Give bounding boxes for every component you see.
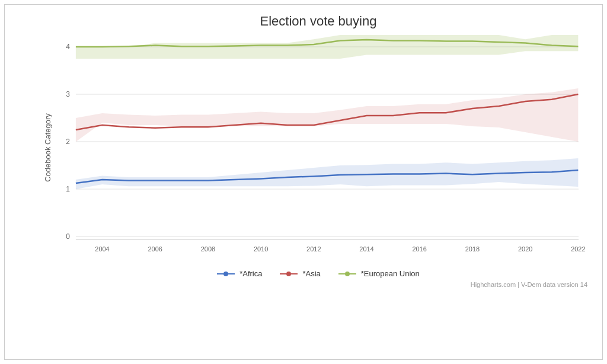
svg-text:2: 2 <box>66 138 70 146</box>
svg-text:2014: 2014 <box>359 245 373 253</box>
svg-text:2022: 2022 <box>571 245 585 253</box>
legend-label-eu: *European Union <box>361 269 420 278</box>
legend-item-asia: *Asia <box>280 269 320 278</box>
legend: *Africa *Asia *European Union <box>46 269 590 278</box>
svg-text:2012: 2012 <box>306 245 321 253</box>
legend-line-africa <box>217 273 235 274</box>
svg-marker-20 <box>76 35 578 59</box>
legend-label-africa: *Africa <box>239 269 262 278</box>
chart-container: Election vote buying Codebook Category 0… <box>4 4 603 360</box>
svg-text:2008: 2008 <box>201 245 215 253</box>
svg-text:2016: 2016 <box>413 245 427 253</box>
svg-text:2010: 2010 <box>254 245 268 253</box>
legend-item-africa: *Africa <box>217 269 262 278</box>
svg-text:2004: 2004 <box>95 245 109 253</box>
svg-text:1: 1 <box>66 185 70 193</box>
legend-label-asia: *Asia <box>302 269 320 278</box>
svg-marker-21 <box>76 88 578 142</box>
svg-text:2018: 2018 <box>465 245 480 253</box>
svg-text:2006: 2006 <box>148 245 162 253</box>
chart-svg: 0 1 2 3 4 2004 2006 2008 2010 2012 2014 … <box>46 35 590 260</box>
legend-line-asia <box>280 273 298 274</box>
legend-item-eu: *European Union <box>338 269 420 278</box>
svg-text:2020: 2020 <box>518 245 532 253</box>
svg-text:0: 0 <box>66 232 70 241</box>
chart-footer: Highcharts.com | V-Dem data version 14 <box>46 281 590 288</box>
svg-text:3: 3 <box>66 90 70 98</box>
svg-text:4: 4 <box>66 43 70 51</box>
chart-title: Election vote buying <box>46 11 590 29</box>
legend-line-eu <box>338 273 356 274</box>
y-axis-label: Codebook Category <box>43 113 52 182</box>
